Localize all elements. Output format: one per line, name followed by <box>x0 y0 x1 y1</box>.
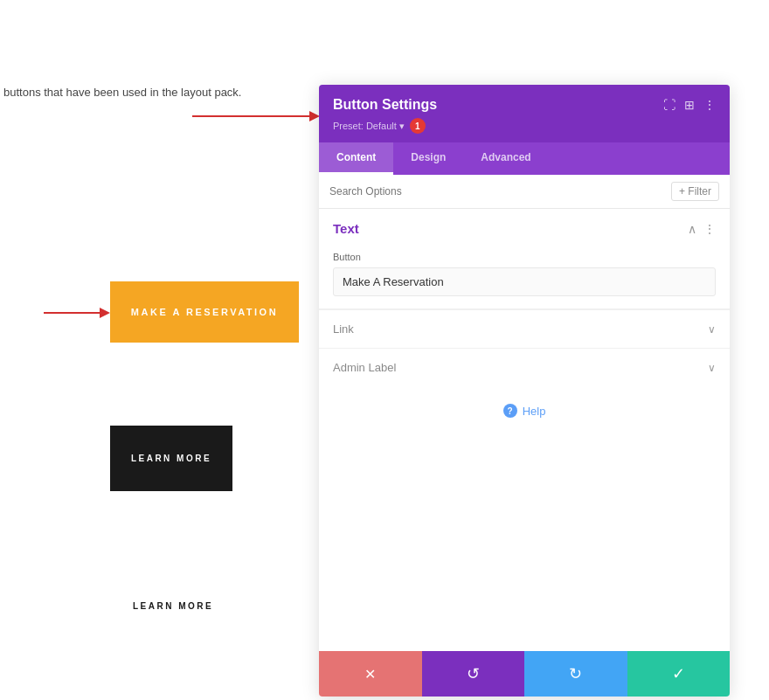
fullscreen-icon[interactable]: ⛶ <box>663 98 675 112</box>
undo-button[interactable]: ↺ <box>422 651 525 697</box>
save-icon: ✓ <box>672 664 685 683</box>
arrow-to-panel <box>192 110 323 122</box>
arrow-to-yellow-button <box>44 307 114 319</box>
button-field-label: Button <box>333 252 716 262</box>
admin-label-chevron-icon: ∨ <box>708 362 716 374</box>
bg-description-text: buttons that have been used in the layou… <box>3 86 241 99</box>
panel-header-icons: ⛶ ⊞ ⋮ <box>663 98 716 112</box>
link-label: Link <box>333 322 354 336</box>
collapse-icon[interactable]: ∧ <box>688 222 696 236</box>
section-header-icons: ∧ ⋮ <box>688 222 716 236</box>
cancel-icon: ✕ <box>364 666 376 683</box>
text-section: Text ∧ ⋮ Button <box>319 209 730 309</box>
admin-label-section[interactable]: Admin Label ∨ <box>319 348 730 386</box>
panel-header: Button Settings ⛶ ⊞ ⋮ Preset: Default ▾ … <box>319 85 730 142</box>
preset-badge: 1 <box>410 118 426 134</box>
yellow-button-label: MAKE A RESERVATION <box>131 307 278 317</box>
panel-content: Text ∧ ⋮ Button Link ∨ Admin Label <box>319 209 730 651</box>
undo-icon: ↺ <box>467 664 480 683</box>
tab-content[interactable]: Content <box>319 142 393 175</box>
button-text-field: Button <box>319 248 730 308</box>
canvas: buttons that have been used in the layou… <box>0 0 769 700</box>
learn-more-text: LEARN MORE <box>133 601 213 611</box>
text-section-title: Text <box>333 221 359 236</box>
button-text-input[interactable] <box>333 267 716 296</box>
preset-row: Preset: Default ▾ 1 <box>333 118 716 134</box>
panel-tabs: Content Design Advanced <box>319 142 730 175</box>
preset-label[interactable]: Preset: Default ▾ <box>333 121 405 132</box>
black-learn-more-button[interactable]: LEARN MORE <box>110 426 232 491</box>
yellow-reservation-button[interactable]: MAKE A RESERVATION <box>110 281 299 343</box>
black-button-label: LEARN MORE <box>131 454 211 463</box>
save-button[interactable]: ✓ <box>627 651 731 697</box>
section-more-icon[interactable]: ⋮ <box>703 222 716 236</box>
bottom-bar: ✕ ↺ ↻ ✓ <box>319 651 730 697</box>
search-input[interactable] <box>329 185 664 198</box>
text-section-header: Text ∧ ⋮ <box>319 209 730 248</box>
redo-icon: ↻ <box>569 664 582 683</box>
link-section[interactable]: Link ∨ <box>319 309 730 348</box>
panel-title: Button Settings <box>333 97 437 113</box>
search-bar: + Filter <box>319 175 730 209</box>
settings-panel: Button Settings ⛶ ⊞ ⋮ Preset: Default ▾ … <box>319 85 730 697</box>
tab-advanced[interactable]: Advanced <box>463 142 548 175</box>
help-label[interactable]: Help <box>523 405 546 418</box>
link-chevron-icon: ∨ <box>708 323 716 336</box>
tab-design[interactable]: Design <box>393 142 463 175</box>
cancel-button[interactable]: ✕ <box>319 651 422 697</box>
admin-label: Admin Label <box>333 361 396 374</box>
redo-button[interactable]: ↻ <box>524 651 627 697</box>
help-row: ? Help <box>319 386 730 435</box>
more-options-icon[interactable]: ⋮ <box>703 98 716 112</box>
panel-header-top: Button Settings ⛶ ⊞ ⋮ <box>333 97 716 113</box>
columns-icon[interactable]: ⊞ <box>684 98 695 112</box>
filter-button[interactable]: + Filter <box>671 182 719 201</box>
help-icon: ? <box>503 404 517 418</box>
